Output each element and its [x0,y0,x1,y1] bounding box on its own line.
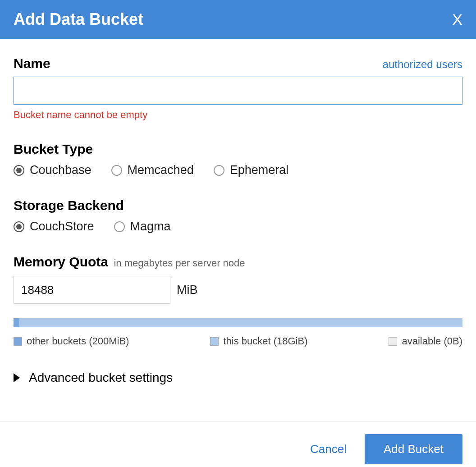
radio-label: Ephemeral [230,163,289,177]
dialog-title: Add Data Bucket [14,10,143,29]
memory-quota-section: Memory Quota in megabytes per server nod… [14,254,462,347]
bucket-type-label: Bucket Type [14,142,462,157]
quota-segment-this [19,318,462,327]
radio-icon [14,221,24,232]
name-label-row: Name authorized users [14,56,462,71]
bucket-name-input[interactable] [14,77,462,105]
dialog-body: Name authorized users Bucket name cannot… [0,39,476,398]
advanced-settings-label: Advanced bucket settings [29,371,173,385]
radio-icon [214,165,224,176]
radio-couchstore[interactable]: CouchStore [14,220,94,234]
radio-ephemeral[interactable]: Ephemeral [214,163,289,177]
legend-swatch-icon [389,337,397,346]
memory-quota-unit: MiB [177,283,198,297]
bucket-type-section: Bucket Type Couchbase Memcached Ephemera… [14,142,462,177]
radio-icon [114,221,125,232]
memory-quota-label-row: Memory Quota in megabytes per server nod… [14,254,462,270]
legend-other-buckets: other buckets (200MiB) [14,335,129,347]
radio-magma[interactable]: Magma [114,220,171,234]
legend-label: this bucket (18GiB) [223,335,307,347]
name-section: Name authorized users Bucket name cannot… [14,56,462,121]
radio-memcached[interactable]: Memcached [111,163,194,177]
storage-backend-radio-row: CouchStore Magma [14,220,462,234]
name-error-text: Bucket name cannot be empty [14,109,462,121]
chevron-right-icon [14,373,20,382]
memory-quota-hint: in megabytes per server node [114,257,245,269]
quota-legend-row: other buckets (200MiB) this bucket (18Gi… [14,335,462,347]
dialog-header: Add Data Bucket X [0,0,476,39]
name-label: Name [14,56,50,71]
storage-backend-section: Storage Backend CouchStore Magma [14,198,462,234]
authorized-users-link[interactable]: authorized users [383,58,462,71]
radio-icon [111,165,122,176]
memory-quota-label: Memory Quota [14,254,108,269]
radio-label: Memcached [128,163,194,177]
radio-couchbase[interactable]: Couchbase [14,163,92,177]
radio-label: Couchbase [30,163,92,177]
legend-available: available (0B) [389,335,462,347]
legend-swatch-icon [210,337,219,346]
radio-label: Magma [130,220,171,234]
storage-backend-label: Storage Backend [14,198,462,213]
quota-segment-other [14,318,19,327]
radio-icon [14,165,24,176]
dialog-footer: Cancel Add Bucket [0,421,476,467]
cancel-button[interactable]: Cancel [310,442,347,456]
bucket-type-radio-row: Couchbase Memcached Ephemeral [14,163,462,177]
legend-swatch-icon [14,337,22,346]
legend-this-bucket: this bucket (18GiB) [210,335,307,347]
memory-quota-input-row: MiB [14,276,462,304]
add-bucket-button[interactable]: Add Bucket [365,434,462,464]
close-icon[interactable]: X [452,12,462,27]
advanced-settings-toggle[interactable]: Advanced bucket settings [14,371,462,385]
memory-quota-bar [14,318,462,327]
radio-label: CouchStore [30,220,94,234]
legend-label: other buckets (200MiB) [27,335,129,347]
memory-quota-input[interactable] [14,276,170,304]
legend-label: available (0B) [402,335,462,347]
